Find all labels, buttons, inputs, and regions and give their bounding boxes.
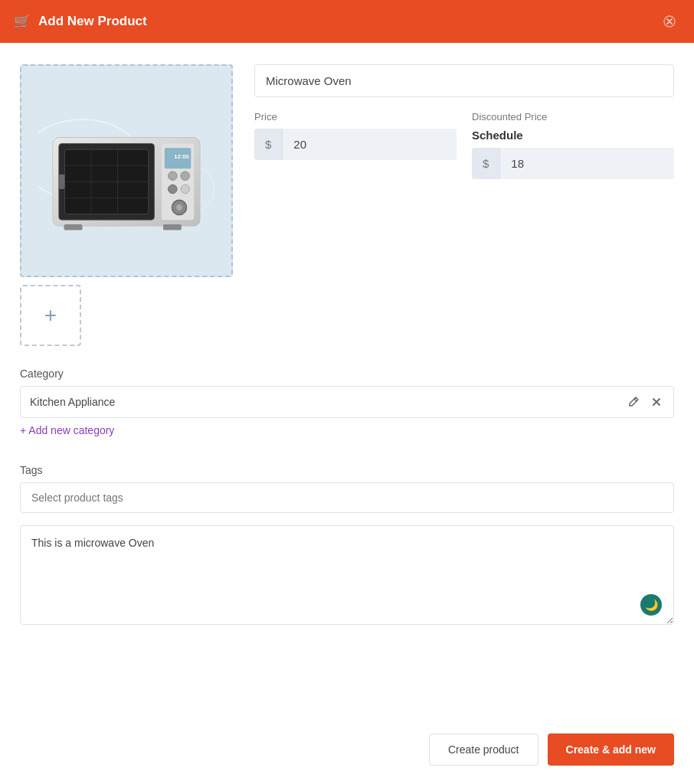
- svg-rect-12: [59, 175, 65, 189]
- price-label: Price: [254, 111, 457, 122]
- form-section: Price $ Discounted Price Schedule $: [254, 64, 674, 346]
- svg-point-19: [181, 185, 190, 194]
- description-textarea[interactable]: This is a microwave Oven: [20, 525, 674, 625]
- discounted-price-label: Discounted Price: [472, 111, 674, 122]
- category-label: Category: [20, 368, 674, 380]
- price-currency: $: [254, 129, 283, 160]
- close-button[interactable]: [659, 11, 680, 32]
- svg-point-21: [176, 204, 182, 211]
- price-input-wrapper: $: [254, 129, 457, 160]
- category-value: Kitchen Appliance: [30, 396, 626, 408]
- discounted-currency: $: [472, 148, 500, 179]
- price-row: Price $ Discounted Price Schedule $: [254, 111, 674, 179]
- cart-icon: 🛒: [14, 13, 31, 30]
- modal-header: 🛒 Add New Product: [0, 0, 694, 43]
- price-input[interactable]: [283, 129, 457, 160]
- svg-point-18: [169, 185, 178, 194]
- discounted-price-input[interactable]: [500, 148, 674, 179]
- svg-point-17: [181, 172, 190, 181]
- add-category-link[interactable]: + Add new category: [20, 424, 114, 436]
- header-left: 🛒 Add New Product: [14, 13, 147, 30]
- edit-icon: [627, 396, 640, 408]
- svg-text:12:00: 12:00: [174, 153, 189, 160]
- price-group: Price $: [254, 111, 457, 179]
- svg-rect-23: [163, 224, 182, 230]
- product-image: 12:00: [38, 98, 214, 243]
- modal-title: Add New Product: [38, 14, 147, 29]
- schedule-label: Schedule: [472, 129, 674, 142]
- add-image-button[interactable]: +: [20, 285, 81, 346]
- plus-icon: +: [44, 303, 57, 328]
- svg-point-16: [169, 172, 178, 181]
- tags-input[interactable]: [20, 482, 674, 513]
- moon-icon: 🌙: [645, 599, 658, 611]
- svg-rect-22: [64, 224, 83, 230]
- main-image-box: 12:00: [20, 64, 233, 277]
- image-section: 12:00 +: [20, 64, 233, 346]
- add-product-modal: 🛒 Add New Product: [0, 0, 694, 784]
- edit-category-button[interactable]: [626, 394, 641, 410]
- description-section: This is a microwave Oven 🌙: [20, 525, 674, 628]
- category-actions: [626, 394, 664, 410]
- discounted-price-group: Discounted Price Schedule $: [472, 111, 674, 179]
- close-icon: [650, 396, 663, 408]
- modal-body: 12:00 +: [0, 43, 694, 723]
- ai-icon: 🌙: [640, 594, 662, 616]
- tags-label: Tags: [20, 464, 674, 476]
- discounted-price-wrapper: $: [472, 148, 674, 179]
- remove-category-button[interactable]: [649, 394, 664, 410]
- category-section: Category Kitchen Appliance: [20, 368, 674, 452]
- create-product-button[interactable]: Create product: [429, 733, 539, 766]
- top-section: 12:00 +: [20, 64, 674, 346]
- category-input-row: Kitchen Appliance: [20, 386, 674, 418]
- create-and-add-button[interactable]: Create & add new: [548, 733, 674, 766]
- modal-footer: Create product Create & add new: [0, 723, 694, 784]
- tags-section: Tags: [20, 464, 674, 513]
- product-name-input[interactable]: [254, 64, 674, 97]
